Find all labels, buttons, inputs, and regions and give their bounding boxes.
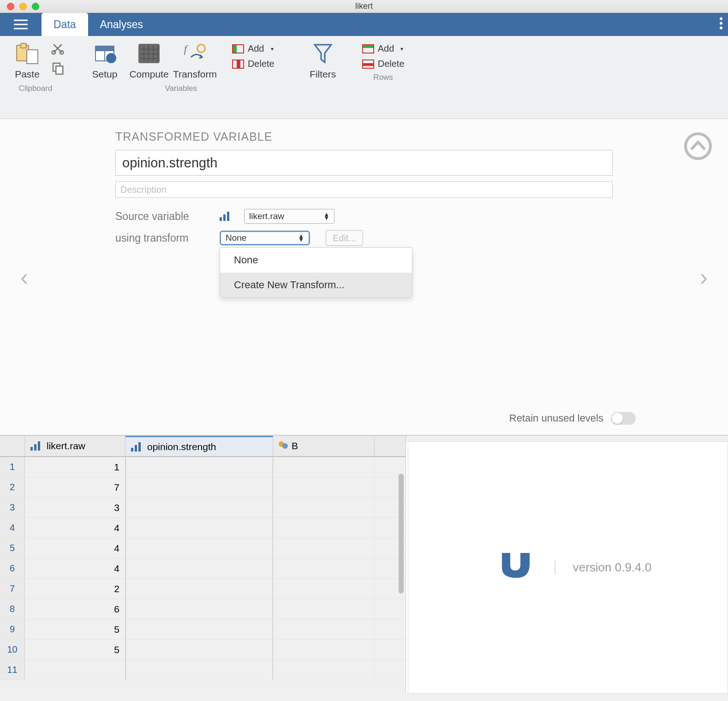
calculator-icon xyxy=(138,44,160,63)
cell-opinion-strength[interactable] xyxy=(125,579,273,599)
dropdown-option-create-new[interactable]: Create New Transform... xyxy=(220,273,412,297)
row-number[interactable]: 4 xyxy=(0,518,25,538)
row-number[interactable]: 11 xyxy=(0,660,25,680)
cell-opinion-strength[interactable] xyxy=(125,558,273,578)
retain-levels-toggle[interactable] xyxy=(611,412,636,425)
rows-delete-button[interactable]: Delete xyxy=(358,59,408,69)
cell-b[interactable] xyxy=(273,538,375,558)
cell-opinion-strength[interactable] xyxy=(125,477,273,497)
variable-name-input[interactable] xyxy=(115,150,613,176)
dropdown-option-none[interactable]: None xyxy=(220,248,412,273)
table-row[interactable]: 4 4 xyxy=(0,518,406,538)
cell-likert-raw[interactable]: 5 xyxy=(25,619,125,639)
row-number[interactable]: 6 xyxy=(0,558,25,578)
table-row[interactable]: 9 5 xyxy=(0,619,406,640)
cell-likert-raw[interactable]: 4 xyxy=(25,518,125,538)
column-header-opinion-strength[interactable]: opinion.strength xyxy=(125,436,273,456)
table-row[interactable]: 6 4 xyxy=(0,558,406,579)
sheet-body[interactable]: 1 1 2 7 3 3 4 4 5 4 6 4 7 2 8 6 xyxy=(0,457,406,694)
ordinal-icon xyxy=(30,441,40,451)
cell-likert-raw[interactable]: 5 xyxy=(25,640,125,659)
cell-opinion-strength[interactable] xyxy=(125,660,273,680)
cell-b[interactable] xyxy=(273,518,375,538)
scissors-icon[interactable] xyxy=(51,42,65,55)
row-number[interactable]: 10 xyxy=(0,640,25,659)
table-row[interactable]: 1 1 xyxy=(0,457,406,477)
cell-opinion-strength[interactable] xyxy=(125,518,273,538)
column-header-b[interactable]: B xyxy=(273,436,375,456)
cell-opinion-strength[interactable] xyxy=(125,619,273,639)
table-row[interactable]: 11 xyxy=(0,660,406,680)
cell-b[interactable] xyxy=(273,477,375,497)
variables-add-button[interactable]: Add▾ xyxy=(228,43,278,54)
cell-likert-raw[interactable]: 7 xyxy=(25,477,125,497)
variable-description-input[interactable] xyxy=(115,181,613,198)
next-variable-button[interactable]: › xyxy=(700,263,708,291)
table-row[interactable]: 7 2 xyxy=(0,579,406,599)
source-variable-select[interactable]: likert.raw ▲▼ xyxy=(244,209,334,224)
compute-button[interactable]: Compute xyxy=(128,40,170,80)
variables-delete-button[interactable]: Delete xyxy=(228,59,278,69)
column-header-label: B xyxy=(292,440,298,451)
row-number[interactable]: 1 xyxy=(0,457,25,477)
cell-b[interactable] xyxy=(273,640,375,659)
copy-icon[interactable] xyxy=(51,61,65,75)
cell-likert-raw[interactable]: 3 xyxy=(25,498,125,517)
cell-b[interactable] xyxy=(273,619,375,639)
cell-likert-raw[interactable] xyxy=(25,660,125,680)
row-number[interactable]: 2 xyxy=(0,477,25,497)
table-row[interactable]: 3 3 xyxy=(0,498,406,518)
cell-b[interactable] xyxy=(273,558,375,578)
rows-caption: Rows xyxy=(373,73,393,82)
edit-transform-button[interactable]: Edit... xyxy=(326,230,363,246)
scrollbar-thumb[interactable] xyxy=(399,474,404,594)
retain-levels-label: Retain unused levels xyxy=(509,412,603,424)
window-close-button[interactable] xyxy=(7,3,14,10)
hamburger-icon xyxy=(14,19,28,30)
filters-button[interactable]: Filters xyxy=(302,40,344,80)
cell-b[interactable] xyxy=(273,498,375,517)
cell-b[interactable] xyxy=(273,457,375,477)
cell-b[interactable] xyxy=(273,579,375,599)
setup-button[interactable]: Setup xyxy=(84,40,125,80)
using-transform-select[interactable]: None ▲▼ xyxy=(220,231,310,245)
cell-opinion-strength[interactable] xyxy=(125,640,273,659)
cell-likert-raw[interactable]: 4 xyxy=(25,538,125,558)
cell-likert-raw[interactable]: 4 xyxy=(25,558,125,578)
window-maximize-button[interactable] xyxy=(32,3,39,10)
table-row[interactable]: 8 6 xyxy=(0,599,406,619)
retain-levels-row: Retain unused levels xyxy=(0,412,728,425)
editor-heading: TRANSFORMED VARIABLE xyxy=(115,130,613,143)
kebab-menu-button[interactable] xyxy=(720,17,722,32)
cell-b[interactable] xyxy=(273,599,375,619)
collapse-panel-button[interactable] xyxy=(684,132,712,163)
cell-opinion-strength[interactable] xyxy=(125,538,273,558)
row-number[interactable]: 8 xyxy=(0,599,25,619)
cell-opinion-strength[interactable] xyxy=(125,599,273,619)
table-row[interactable]: 10 5 xyxy=(0,640,406,660)
tab-data[interactable]: Data xyxy=(42,13,88,36)
cell-likert-raw[interactable]: 2 xyxy=(25,579,125,599)
cell-likert-raw[interactable]: 6 xyxy=(25,599,125,619)
using-transform-value: None xyxy=(226,233,246,243)
cell-b[interactable] xyxy=(273,660,375,680)
paste-button[interactable]: Paste xyxy=(6,40,48,80)
prev-variable-button[interactable]: ‹ xyxy=(20,263,28,291)
rows-add-button[interactable]: Add▾ xyxy=(358,43,408,54)
row-number[interactable]: 5 xyxy=(0,538,25,558)
hamburger-menu-button[interactable] xyxy=(0,13,42,36)
row-number[interactable]: 3 xyxy=(0,498,25,517)
toolbar-group-clipboard: Paste Clipboard xyxy=(4,40,67,117)
table-row[interactable]: 2 7 xyxy=(0,477,406,498)
row-number[interactable]: 7 xyxy=(0,579,25,599)
window-minimize-button[interactable] xyxy=(19,3,27,10)
cell-opinion-strength[interactable] xyxy=(125,457,273,477)
cell-opinion-strength[interactable] xyxy=(125,498,273,517)
table-row[interactable]: 5 4 xyxy=(0,538,406,558)
row-number[interactable]: 9 xyxy=(0,619,25,639)
tab-analyses[interactable]: Analyses xyxy=(88,13,155,36)
transform-button[interactable]: f Transform xyxy=(173,40,217,80)
results-panel: version 0.9.4.0 xyxy=(406,436,728,694)
column-header-likert-raw[interactable]: likert.raw xyxy=(25,436,125,456)
cell-likert-raw[interactable]: 1 xyxy=(25,457,125,477)
